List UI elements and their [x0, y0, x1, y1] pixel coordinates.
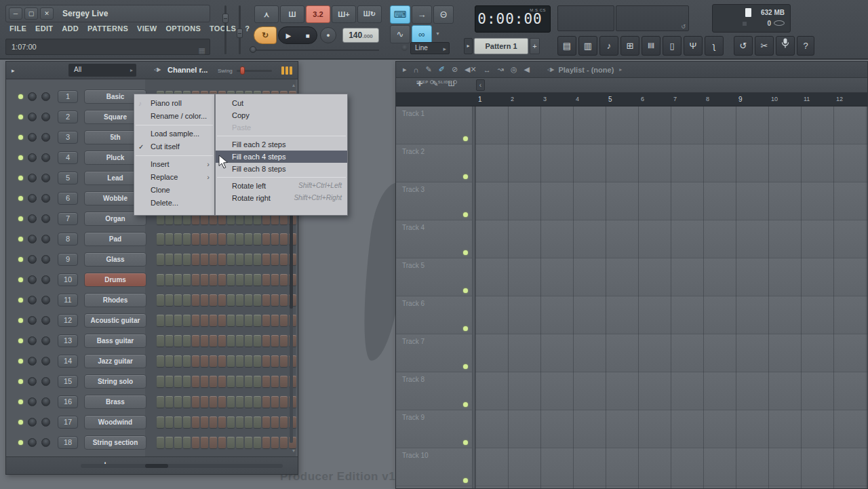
- menu-item-fill-each-8-steps[interactable]: Fill each 8 steps: [216, 163, 347, 175]
- play-button[interactable]: ▶: [286, 32, 292, 39]
- toggle-browser-button[interactable]: ⊞: [620, 36, 639, 56]
- menu-edit[interactable]: EDIT: [35, 24, 53, 37]
- step-cell[interactable]: [174, 315, 182, 326]
- step-cell[interactable]: [245, 396, 252, 408]
- step-cell[interactable]: [157, 315, 164, 326]
- step-cell[interactable]: [254, 396, 261, 408]
- menu-add[interactable]: ADD: [62, 24, 79, 37]
- channel-pan-knob[interactable]: [28, 357, 37, 366]
- touch-controller-button[interactable]: ʅ: [705, 36, 724, 56]
- channel-button[interactable]: Brass: [84, 395, 146, 409]
- track-led[interactable]: [463, 136, 468, 141]
- channel-number-badge[interactable]: 7: [58, 212, 78, 225]
- channel-enable-led[interactable]: [18, 135, 23, 140]
- menu-item-cut-itself[interactable]: ✓Cut itself: [134, 140, 214, 153]
- step-cell[interactable]: [201, 274, 208, 286]
- step-cell[interactable]: [245, 315, 252, 326]
- step-cell[interactable]: [165, 396, 173, 408]
- step-cell[interactable]: [210, 355, 217, 367]
- step-cell[interactable]: [271, 355, 279, 367]
- track-name[interactable]: Track 2: [402, 148, 425, 155]
- playlist-track-row[interactable]: Track 4: [396, 220, 867, 258]
- channel-number-badge[interactable]: 3: [58, 131, 78, 144]
- playlist-menu-arrow-icon[interactable]: ▸: [403, 65, 407, 74]
- minimize-button[interactable]: ─: [9, 7, 22, 20]
- step-cell[interactable]: [201, 315, 208, 326]
- step-cell[interactable]: [254, 335, 261, 347]
- project-picker-button[interactable]: ▯: [663, 36, 682, 56]
- step-cell[interactable]: [218, 254, 226, 265]
- step-cell[interactable]: [254, 437, 261, 448]
- recording-mic-button[interactable]: [776, 36, 795, 56]
- step-cell[interactable]: [165, 376, 173, 387]
- slur-notes-button[interactable]: ∿: [390, 25, 410, 43]
- channel-number-badge[interactable]: 16: [58, 395, 78, 408]
- step-cell[interactable]: [218, 437, 226, 448]
- channel-pan-knob[interactable]: [28, 275, 37, 284]
- channel-enable-led[interactable]: [18, 359, 23, 364]
- step-cell[interactable]: [201, 233, 208, 245]
- menu-item-load-sample[interactable]: Load sample...: [134, 128, 214, 140]
- step-cell[interactable]: [254, 376, 261, 387]
- channel-enable-led[interactable]: [18, 379, 23, 384]
- menu-item-piano-roll[interactable]: ♪Piano roll: [134, 97, 214, 110]
- loop-record-toggle[interactable]: Ш↻: [357, 5, 382, 23]
- step-cell[interactable]: [254, 233, 261, 245]
- playback-tool-icon[interactable]: ◀: [524, 65, 530, 74]
- maximize-button[interactable]: ▢: [24, 7, 38, 20]
- shuffle-slider-knob[interactable]: [250, 46, 256, 53]
- step-cell[interactable]: [262, 315, 270, 326]
- step-cell[interactable]: [227, 416, 235, 428]
- step-cell[interactable]: [245, 274, 252, 286]
- step-cell[interactable]: [218, 376, 226, 387]
- step-cell[interactable]: [192, 294, 199, 306]
- step-cell[interactable]: [271, 376, 279, 387]
- step-cell[interactable]: [236, 355, 243, 367]
- channel-number-badge[interactable]: 18: [58, 436, 78, 449]
- track-name[interactable]: Track 7: [402, 338, 425, 345]
- step-cell[interactable]: [245, 416, 252, 428]
- step-cell[interactable]: [236, 437, 243, 448]
- step-cell[interactable]: [210, 274, 217, 286]
- step-cell[interactable]: [165, 274, 173, 286]
- channel-enable-led[interactable]: [18, 257, 23, 262]
- channel-number-badge[interactable]: 14: [58, 355, 78, 368]
- step-cell[interactable]: [192, 416, 199, 428]
- channel-pan-knob[interactable]: [28, 133, 37, 142]
- graph-editor-icon[interactable]: [281, 66, 292, 75]
- step-cell[interactable]: [245, 335, 252, 347]
- channel-enable-led[interactable]: [18, 94, 23, 99]
- channel-enable-led[interactable]: [18, 318, 23, 323]
- step-cell[interactable]: [183, 396, 191, 408]
- step-cell[interactable]: [210, 294, 217, 306]
- step-cell[interactable]: [271, 315, 279, 326]
- channel-button[interactable]: Glass: [84, 252, 146, 267]
- channel-enable-led[interactable]: [18, 216, 23, 221]
- channel-volume-knob[interactable]: [41, 296, 50, 305]
- track-led[interactable]: [463, 250, 468, 255]
- step-cell[interactable]: [218, 355, 226, 367]
- step-cell[interactable]: [201, 396, 208, 408]
- step-cell[interactable]: [227, 294, 235, 306]
- channel-volume-knob[interactable]: [41, 397, 50, 406]
- step-cell[interactable]: [201, 437, 208, 448]
- menu-item-rotate-left[interactable]: Rotate leftShift+Ctrl+Left: [216, 180, 347, 192]
- step-cell[interactable]: [165, 315, 173, 326]
- step-cell[interactable]: [262, 376, 270, 387]
- step-cell[interactable]: [157, 437, 164, 448]
- step-cell[interactable]: [236, 335, 243, 347]
- step-cell[interactable]: [201, 294, 208, 306]
- channel-pan-knob[interactable]: [28, 214, 37, 223]
- step-cell[interactable]: [280, 254, 288, 265]
- step-cell[interactable]: [245, 254, 252, 265]
- step-cell[interactable]: [227, 233, 235, 245]
- step-cell[interactable]: [201, 335, 208, 347]
- step-cell[interactable]: [280, 376, 288, 387]
- countdown-button[interactable]: Θ: [433, 5, 454, 24]
- step-cell[interactable]: [280, 335, 288, 347]
- swing-slider-knob[interactable]: [240, 66, 245, 75]
- step-cell[interactable]: [271, 254, 279, 265]
- plugin-picker-button[interactable]: Ψ: [684, 36, 703, 56]
- step-cell[interactable]: [183, 233, 191, 245]
- step-cell[interactable]: [236, 233, 243, 245]
